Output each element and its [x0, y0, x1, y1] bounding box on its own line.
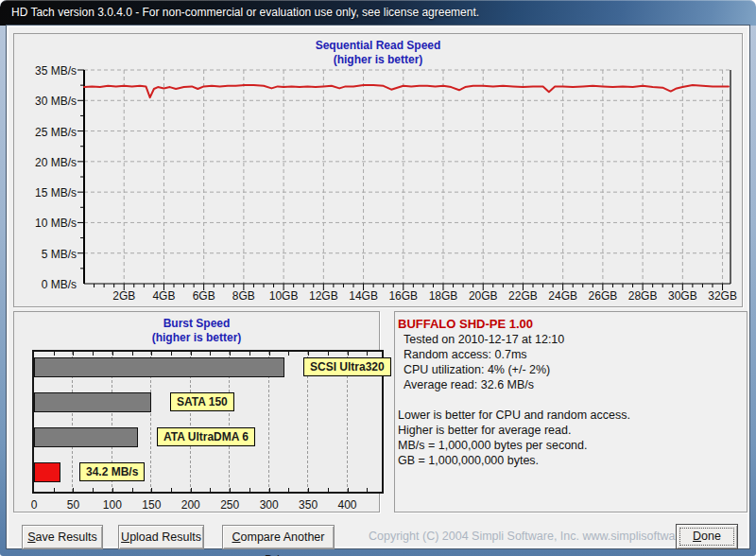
burst-tick — [328, 352, 329, 356]
save-results-button[interactable]: Save Results — [22, 525, 103, 549]
burst-tick — [132, 352, 133, 356]
y-axis-tick-label: 20 MB/s — [18, 156, 77, 169]
client-area: Sequential Read Speed (higher is better)… — [7, 26, 749, 548]
burst-x-tick-label: 300 — [252, 498, 286, 512]
burst-bar-label: SCSI Ultra320 — [303, 357, 391, 376]
drive-note-line: MB/s = 1,000,000 bytes per second. — [398, 438, 744, 453]
burst-tick — [269, 352, 270, 356]
window-title: HD Tach version 3.0.4.0 - For non-commer… — [11, 6, 479, 19]
drive-notes: Lower is better for CPU and random acces… — [398, 408, 744, 468]
x-axis-tick-label: 14GB — [343, 289, 385, 303]
sequential-read-panel: Sequential Read Speed (higher is better)… — [13, 33, 743, 307]
spacer — [398, 392, 744, 408]
burst-tick — [328, 488, 329, 492]
burst-tick — [112, 488, 113, 492]
burst-tick — [171, 352, 172, 356]
burst-tick — [367, 352, 368, 356]
burst-x-tick-label: 150 — [134, 498, 168, 512]
drive-stats: Tested on 2010-12-17 at 12:10Random acce… — [398, 332, 744, 392]
burst-tick — [171, 488, 172, 492]
x-axis-tick-label: 32GB — [702, 289, 744, 303]
burst-tick — [93, 488, 94, 492]
x-axis-tick-label: 6GB — [183, 289, 225, 303]
burst-tick — [308, 352, 309, 356]
x-axis-tick-label: 8GB — [223, 289, 265, 303]
burst-tick — [73, 488, 74, 492]
burst-tick — [210, 352, 211, 356]
read-speed-line — [84, 85, 729, 97]
compare-label: ompare Another Drive — [241, 530, 325, 556]
x-axis-tick-label: 20GB — [462, 289, 504, 303]
drive-stat-line: Average read: 32.6 MB/s — [398, 377, 744, 392]
burst-tick — [93, 352, 94, 356]
burst-chart-title: Burst Speed — [14, 317, 379, 331]
burst-x-tick-label: 400 — [331, 498, 365, 512]
burst-chart-subtitle: (higher is better) — [14, 331, 379, 345]
drive-info-panel: BUFFALO SHD-PE 1.00 Tested on 2010-12-17… — [394, 311, 747, 513]
sequential-chart-title: Sequential Read Speed — [14, 39, 742, 53]
x-axis-tick-label: 12GB — [302, 289, 344, 303]
upload-accelerator: U — [121, 530, 129, 544]
burst-tick — [210, 488, 211, 492]
burst-tick — [132, 488, 133, 492]
x-axis-tick-label: 28GB — [622, 289, 663, 303]
burst-tick — [308, 488, 309, 492]
burst-bar-label: SATA 150 — [170, 392, 234, 411]
burst-tick — [288, 488, 289, 492]
sequential-read-chart — [71, 68, 738, 293]
burst-x-tick-label: 350 — [291, 498, 325, 512]
y-axis-tick-label: 0 MB/s — [18, 278, 77, 291]
save-accelerator: S — [27, 530, 35, 544]
done-accelerator: D — [693, 530, 701, 543]
compare-another-drive-button[interactable]: Compare Another Drive — [222, 525, 335, 549]
x-axis-tick-label: 26GB — [582, 289, 624, 303]
x-axis-tick-label: 22GB — [502, 289, 543, 303]
drive-note-line: Lower is better for CPU and random acces… — [398, 408, 744, 423]
burst-bar — [34, 427, 138, 447]
y-axis-tick-label: 35 MB/s — [18, 64, 77, 78]
hd-tach-window: HD Tach version 3.0.4.0 - For non-commer… — [0, 0, 756, 556]
sequential-chart-subtitle: (higher is better) — [14, 53, 742, 67]
done-button[interactable]: Done — [676, 524, 738, 549]
x-axis-tick-label: 16GB — [383, 289, 424, 303]
burst-tick — [73, 352, 74, 356]
drive-stat-line: Tested on 2010-12-17 at 12:10 — [398, 332, 744, 347]
upload-results-button[interactable]: Upload Results — [118, 525, 204, 549]
burst-tick — [367, 488, 368, 492]
burst-x-tick-label: 0 — [17, 498, 51, 512]
y-axis-tick-label: 30 MB/s — [18, 95, 77, 108]
drive-note-line: GB = 1,000,000,000 bytes. — [398, 453, 744, 468]
drive-stat-line: CPU utilization: 4% (+/- 2%) — [398, 362, 744, 377]
burst-speed-chart: SCSI Ultra320SATA 150ATA UltraDMA 634.2 … — [32, 350, 384, 494]
burst-tick — [249, 352, 250, 356]
x-axis-tick-label: 24GB — [542, 289, 584, 303]
drive-info-text: BUFFALO SHD-PE 1.00 Tested on 2010-12-17… — [398, 316, 744, 468]
burst-tick — [54, 352, 55, 356]
compare-accelerator: C — [232, 530, 241, 544]
burst-bar — [34, 357, 284, 377]
burst-tick — [249, 488, 250, 492]
burst-tick — [269, 488, 270, 492]
burst-tick — [348, 352, 349, 356]
x-axis-tick-label: 18GB — [422, 289, 464, 303]
x-axis-tick-label: 4GB — [143, 289, 184, 303]
burst-speed-panel: Burst Speed (higher is better) SCSI Ultr… — [13, 311, 380, 513]
y-axis-tick-label: 5 MB/s — [18, 248, 77, 261]
burst-bar-label: ATA UltraDMA 6 — [157, 427, 255, 446]
burst-x-tick-label: 250 — [213, 498, 247, 512]
y-axis-tick-label: 25 MB/s — [18, 126, 77, 139]
x-axis-tick-label: 2GB — [103, 289, 145, 303]
done-label: one — [701, 530, 721, 543]
titlebar[interactable]: HD Tach version 3.0.4.0 - For non-commer… — [0, 0, 756, 26]
upload-label: pload Results — [129, 530, 201, 544]
drive-note-line: Higher is better for average read. — [398, 423, 744, 438]
burst-x-tick-label: 50 — [56, 498, 90, 512]
burst-tick — [230, 352, 231, 356]
x-axis-tick-label: 30GB — [662, 289, 703, 303]
burst-tick — [230, 488, 231, 492]
y-axis-tick-label: 15 MB/s — [18, 186, 77, 200]
drive-name: BUFFALO SHD-PE 1.00 — [398, 316, 744, 332]
burst-tick — [151, 352, 152, 356]
burst-tick — [54, 488, 55, 492]
burst-x-tick-label: 200 — [174, 498, 208, 512]
